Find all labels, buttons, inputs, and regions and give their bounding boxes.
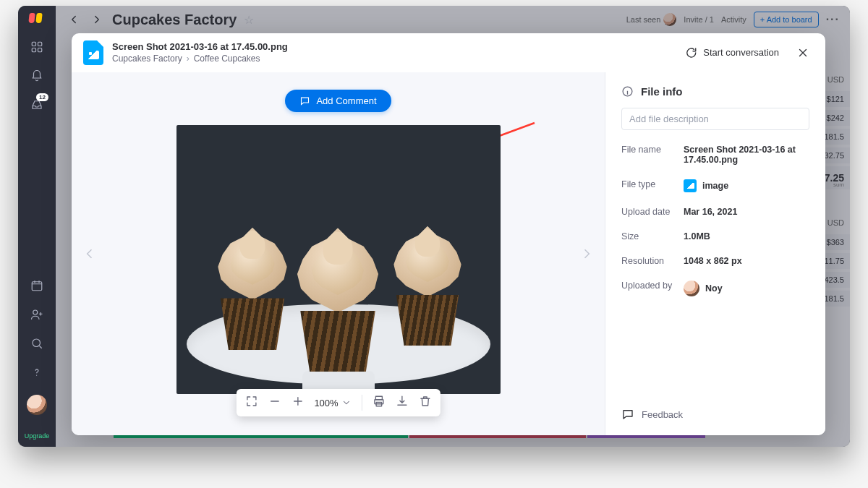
modal-header: Screen Shot 2021-03-16 at 17.45.00.png C…	[72, 33, 825, 72]
image-type-icon	[684, 179, 697, 192]
zoom-out-icon[interactable]	[268, 395, 281, 411]
svg-rect-4	[32, 282, 42, 291]
value-size: 1.0MB	[684, 231, 710, 241]
svg-rect-2	[32, 48, 35, 52]
workspaces-icon[interactable]	[30, 40, 43, 56]
next-file-button[interactable]	[576, 243, 597, 265]
file-name-title: Screen Shot 2021-03-16 at 17.45.00.png	[112, 41, 288, 52]
breadcrumb: Cupcakes Factory › Coffee Cupcakes	[112, 53, 288, 64]
start-conversation-button[interactable]: Start conversation	[684, 46, 779, 59]
preview-toolbar: 100%	[236, 389, 440, 416]
file-info-heading: File info	[621, 85, 809, 98]
label-uploadedby: Uploaded by	[621, 281, 684, 296]
zoom-in-icon[interactable]	[291, 395, 304, 411]
label-resolution: Resolution	[621, 256, 684, 266]
profile-avatar[interactable]	[27, 395, 47, 415]
svg-rect-0	[32, 42, 35, 46]
prev-file-button[interactable]	[79, 243, 101, 265]
value-filename: Screen Shot 2021-03-16 at 17.45.00.png	[684, 145, 809, 165]
breadcrumb-item[interactable]: Coffee Cupcakes	[194, 53, 260, 64]
label-uploaddate: Upload date	[621, 207, 684, 217]
app-logo	[29, 12, 45, 27]
zoom-level[interactable]: 100%	[314, 398, 351, 408]
label-filetype: File type	[621, 179, 684, 192]
file-description-input[interactable]	[621, 108, 809, 130]
print-icon[interactable]	[373, 395, 386, 411]
inbox-badge: 12	[36, 93, 48, 101]
preview-pane: Add Comment 100	[72, 72, 605, 435]
file-info-panel: File info File nameScreen Shot 2021-03-1…	[605, 72, 825, 435]
my-week-icon[interactable]	[30, 279, 43, 295]
search-icon[interactable]	[30, 337, 43, 353]
close-button[interactable]	[795, 45, 811, 61]
value-resolution: 1048 x 862 px	[684, 256, 742, 266]
feedback-button[interactable]: Feedback	[621, 402, 809, 427]
download-icon[interactable]	[396, 395, 409, 411]
delete-icon[interactable]	[419, 395, 432, 411]
label-size: Size	[621, 231, 684, 241]
svg-rect-1	[38, 42, 42, 46]
value-uploaddate: Mar 16, 2021	[684, 207, 737, 217]
breadcrumb-board[interactable]: Cupcakes Factory	[112, 53, 182, 64]
svg-rect-3	[38, 48, 42, 52]
app-window: 12 Upgrade Cupcakes Factory ☆ Last seen …	[18, 6, 850, 447]
inbox-icon[interactable]: 12	[30, 98, 43, 114]
image-preview[interactable]	[176, 125, 501, 394]
svg-point-5	[33, 310, 38, 314]
uploader-avatar	[684, 281, 699, 296]
svg-point-6	[33, 339, 41, 347]
left-sidebar: 12 Upgrade	[18, 6, 56, 447]
svg-point-7	[36, 375, 37, 376]
invite-icon[interactable]	[30, 308, 43, 324]
value-uploadedby: Noy	[705, 283, 723, 294]
add-comment-button[interactable]: Add Comment	[285, 90, 391, 112]
value-filetype: image	[702, 181, 728, 191]
fit-screen-icon[interactable]	[244, 395, 258, 411]
file-preview-modal: Screen Shot 2021-03-16 at 17.45.00.png C…	[72, 33, 825, 435]
chevron-right-icon: ›	[187, 53, 190, 64]
notifications-icon[interactable]	[30, 69, 43, 85]
label-filename: File name	[621, 145, 684, 165]
file-type-icon	[83, 40, 103, 65]
help-icon[interactable]	[30, 366, 43, 382]
upgrade-link[interactable]: Upgrade	[25, 432, 50, 440]
